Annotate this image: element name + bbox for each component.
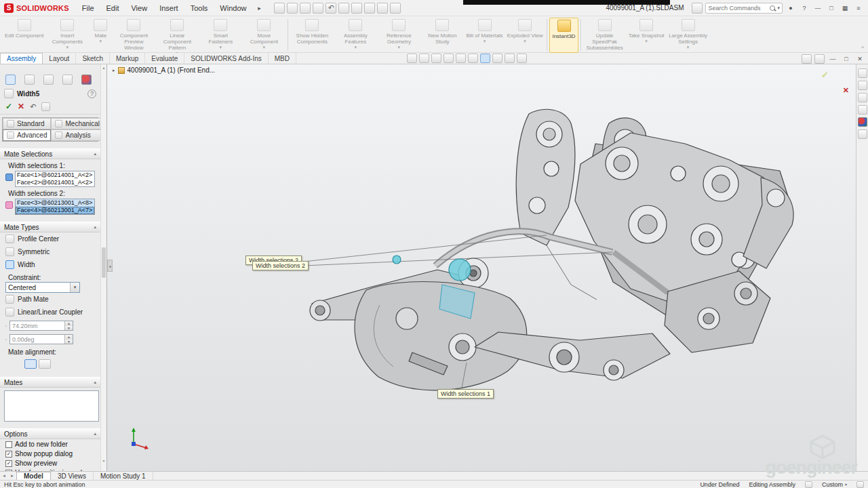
distance-field[interactable]: 74.20mm ▲ ▼: [9, 321, 73, 331]
print-icon[interactable]: [313, 3, 323, 14]
doc-restore-button[interactable]: □: [841, 54, 852, 64]
tab-sketch[interactable]: Sketch: [76, 53, 110, 64]
width-selections-2-list[interactable]: Face<3>@60213001_A<8> Face<4>@60213001_A…: [15, 199, 95, 215]
bill-of-materials-button[interactable]: Bill of Materials ▾: [464, 18, 505, 53]
section-view-icon[interactable]: [443, 54, 454, 63]
spin-down-icon[interactable]: ▼: [65, 326, 73, 331]
update-speedpak-button[interactable]: Update SpeedPak Subassemblies: [583, 18, 627, 53]
ribbon-collapse-icon[interactable]: ^: [861, 45, 864, 51]
display-manager-tab-icon[interactable]: [81, 75, 92, 85]
cancel-button[interactable]: ✕: [18, 102, 24, 111]
menu-file[interactable]: File: [77, 2, 99, 14]
rebuild-icon[interactable]: [364, 3, 375, 14]
reference-geometry-button[interactable]: Reference Geometry ▾: [377, 18, 420, 53]
breadcrumb[interactable]: 40099001_A (1) (Front End...: [127, 66, 216, 74]
help-sphere-icon[interactable]: [692, 3, 703, 14]
file-explorer-icon[interactable]: [858, 93, 867, 102]
configuration-manager-tab-icon[interactable]: [43, 75, 54, 85]
anti-aligned-button[interactable]: [39, 359, 51, 369]
tab-motion-study-1[interactable]: Motion Study 1: [94, 472, 153, 480]
take-snapshot-button[interactable]: Take Snapshot ▾: [627, 18, 667, 53]
menu-pin-icon[interactable]: ▸: [254, 3, 264, 14]
component-preview-window-button[interactable]: Component Preview Window: [112, 18, 155, 53]
menu-edit[interactable]: Edit: [102, 2, 124, 14]
option-add-to-new-folder[interactable]: Add to new folder: [0, 439, 100, 449]
scrollbar-thumb[interactable]: [102, 247, 106, 278]
options-gear-icon[interactable]: [390, 3, 401, 14]
restore-window-button[interactable]: □: [826, 3, 837, 14]
panel-collapse-handle[interactable]: ◂: [107, 260, 113, 272]
tab-analysis[interactable]: Analysis: [51, 129, 100, 141]
tab-mbd[interactable]: MBD: [269, 53, 296, 64]
pane-layout-icon[interactable]: [814, 54, 825, 64]
undo-button[interactable]: ↶: [30, 102, 36, 111]
keep-visible-pin-icon[interactable]: [41, 102, 50, 111]
checkbox-checked[interactable]: ✓: [5, 460, 12, 467]
aligned-button[interactable]: [24, 359, 37, 369]
move-component-button[interactable]: Move Component ▾: [242, 18, 285, 53]
mate-type-symmetric[interactable]: Symmetric: [0, 245, 100, 258]
tab-markup[interactable]: Markup: [110, 53, 145, 64]
search-icon[interactable]: [770, 5, 775, 11]
constraint-dropdown[interactable]: Centered ▾: [5, 282, 80, 293]
solidworks-resources-icon[interactable]: [858, 68, 867, 78]
mate-type-linear-coupler[interactable]: Linear/Linear Coupler: [0, 306, 100, 319]
previous-view-icon[interactable]: [431, 54, 441, 63]
view-settings-icon[interactable]: [517, 54, 527, 63]
feature-tree-breadcrumb[interactable]: ▸ 40099001_A (1) (Front End...: [113, 66, 215, 74]
tab-scroll-right-icon[interactable]: ▸: [8, 472, 16, 480]
feature-manager-tab-icon[interactable]: [24, 75, 35, 85]
hide-show-items-icon[interactable]: [480, 54, 490, 63]
menu-insert[interactable]: Insert: [155, 2, 183, 14]
tab-evaluate[interactable]: Evaluate: [145, 53, 184, 64]
appearances-scenes-icon[interactable]: [858, 117, 867, 127]
zoom-to-fit-icon[interactable]: [407, 54, 417, 63]
assembly-3d-model[interactable]: [107, 64, 856, 471]
pane-split-icon[interactable]: [802, 54, 812, 64]
property-manager-tab-icon[interactable]: [5, 75, 16, 85]
view-orientation-icon[interactable]: [456, 54, 466, 63]
expand-arrow-icon[interactable]: ▸: [113, 68, 115, 73]
window-menu-icon[interactable]: ≡: [853, 3, 864, 14]
tab-scroll-left-icon[interactable]: ◂: [0, 472, 8, 480]
user-account-icon[interactable]: ●: [785, 3, 796, 14]
option-show-preview[interactable]: ✓ Show preview: [0, 458, 100, 468]
help-icon[interactable]: ?: [87, 89, 96, 98]
configuration-selector[interactable]: Custom ▾: [822, 481, 847, 488]
mate-type-path-mate[interactable]: Path Mate: [0, 293, 100, 306]
home-icon[interactable]: [274, 3, 285, 14]
menu-view[interactable]: View: [126, 2, 152, 14]
ok-button[interactable]: ✓: [5, 102, 12, 111]
new-motion-study-button[interactable]: New Motion Study: [420, 18, 464, 53]
redo-icon[interactable]: [338, 3, 349, 14]
mate-type-profile-center[interactable]: Profile Center: [0, 232, 100, 245]
checkbox[interactable]: [5, 441, 12, 448]
tab-standard[interactable]: Standard: [3, 118, 51, 129]
edit-appearance-icon[interactable]: [492, 54, 502, 63]
undo-icon[interactable]: ↶: [326, 3, 336, 14]
assembly-features-button[interactable]: Assembly Features ▾: [334, 18, 377, 53]
tab-solidworks-add-ins[interactable]: SOLIDWORKS Add-Ins: [184, 53, 268, 64]
option-show-popup-dialog[interactable]: ✓ Show popup dialog: [0, 449, 100, 458]
group-header-mate-selections[interactable]: Mate Selections ▴: [0, 148, 100, 159]
status-tray-icon[interactable]: [856, 481, 864, 488]
linear-component-pattern-button[interactable]: Linear Component Pattern ▾: [155, 18, 199, 53]
scroll-up-icon[interactable]: ▲: [101, 64, 106, 71]
large-assembly-settings-button[interactable]: Large Assembly Settings ▾: [667, 18, 710, 53]
smart-fasteners-button[interactable]: Smart Fasteners ▾: [199, 18, 242, 53]
group-header-mates[interactable]: Mates ▴: [0, 377, 100, 388]
mates-list[interactable]: [4, 390, 99, 422]
custom-properties-icon[interactable]: [858, 129, 867, 139]
graphics-viewport[interactable]: ▸ 40099001_A (1) (Front End... Width sel…: [107, 64, 856, 471]
file-properties-icon[interactable]: [377, 3, 388, 14]
menu-tools[interactable]: Tools: [186, 2, 213, 14]
spin-down-icon[interactable]: ▼: [65, 340, 73, 344]
edit-component-button[interactable]: Edit Component: [3, 18, 45, 53]
group-header-mate-types[interactable]: Mate Types ▴: [0, 222, 100, 232]
mate-type-width[interactable]: Width: [0, 258, 100, 271]
list-item[interactable]: Face<4>@60213001_A<7>: [16, 207, 94, 214]
tab-assembly[interactable]: Assembly: [0, 53, 43, 64]
width-selections-1-list[interactable]: Face<1>@60214001_A<2> Face<2>@60214001_A…: [15, 171, 95, 187]
menu-window[interactable]: Window: [215, 2, 251, 14]
panel-scrollbar[interactable]: ▲ ▼: [100, 64, 106, 471]
